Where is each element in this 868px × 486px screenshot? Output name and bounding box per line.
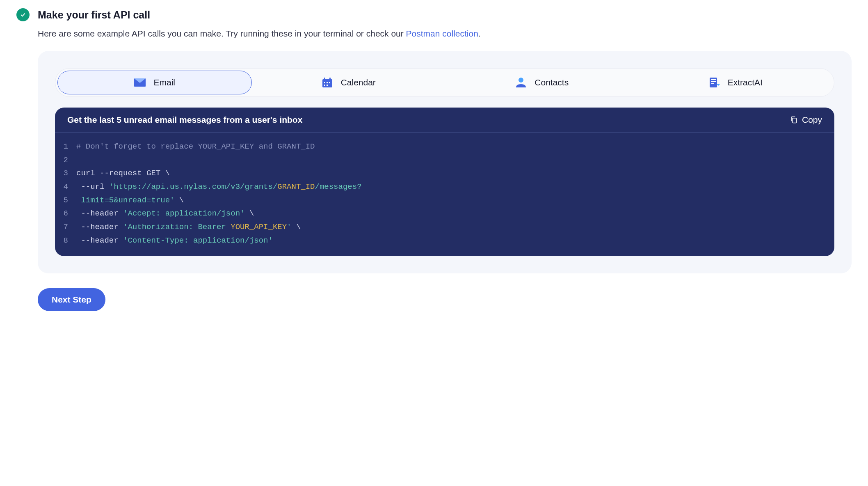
tab-label: ExtractAI <box>728 78 763 87</box>
tabbar: EmailCalendarContactsExtractAI <box>55 68 834 97</box>
svg-rect-7 <box>329 82 330 83</box>
line-number: 6 <box>55 207 76 220</box>
code-line: 1# Don't forget to replace YOUR_API_KEY … <box>55 140 834 154</box>
code-line: 2 <box>55 154 834 167</box>
tab-label: Calendar <box>341 78 376 87</box>
code-text: --url 'https://api.us.nylas.com/v3/grant… <box>76 180 362 194</box>
copy-label: Copy <box>802 115 822 125</box>
tab-label: Contacts <box>535 78 569 87</box>
copy-icon <box>790 115 798 125</box>
code-text: # Don't forget to replace YOUR_API_KEY a… <box>76 140 315 154</box>
tab-email[interactable]: Email <box>57 71 252 94</box>
calendar-icon <box>321 76 333 89</box>
code-line: 4 --url 'https://api.us.nylas.com/v3/gra… <box>55 180 834 194</box>
code-title: Get the last 5 unread email messages fro… <box>67 115 302 125</box>
page-title: Make your first API call <box>38 9 150 21</box>
code-text: curl --request GET \ <box>76 167 170 180</box>
line-number: 4 <box>55 180 76 194</box>
svg-rect-13 <box>711 81 716 82</box>
code-line: 6 --header 'Accept: application/json' \ <box>55 207 834 220</box>
svg-rect-4 <box>329 78 331 80</box>
tab-label: Email <box>153 78 175 87</box>
code-line: 8 --header 'Content-Type: application/js… <box>55 234 834 248</box>
tab-extractai[interactable]: ExtractAI <box>639 71 832 94</box>
svg-point-10 <box>519 78 523 83</box>
intro-suffix: . <box>478 29 481 38</box>
svg-rect-16 <box>793 118 797 123</box>
tab-calendar[interactable]: Calendar <box>252 71 445 94</box>
code-line: 5 limit=5&unread=true' \ <box>55 194 834 207</box>
contacts-icon <box>515 76 527 89</box>
step-complete-check-icon <box>16 8 30 21</box>
line-number: 7 <box>55 220 76 234</box>
api-examples-card: EmailCalendarContactsExtractAI Get the l… <box>38 51 852 273</box>
line-number: 3 <box>55 167 76 180</box>
next-step-button[interactable]: Next Step <box>38 288 105 311</box>
code-line: 7 --header 'Authorization: Bearer YOUR_A… <box>55 220 834 234</box>
svg-rect-11 <box>710 78 717 87</box>
copy-button[interactable]: Copy <box>790 115 822 125</box>
svg-marker-15 <box>717 84 720 86</box>
code-line: 3curl --request GET \ <box>55 167 834 180</box>
line-number: 8 <box>55 234 76 248</box>
svg-rect-12 <box>711 79 716 80</box>
code-text: --header 'Content-Type: application/json… <box>76 234 273 248</box>
svg-rect-5 <box>324 82 325 83</box>
code-text: --header 'Accept: application/json' \ <box>76 207 254 220</box>
code-text: --header 'Authorization: Bearer YOUR_API… <box>76 220 301 234</box>
svg-rect-8 <box>324 85 325 86</box>
svg-rect-3 <box>324 78 325 80</box>
extract-icon <box>708 76 720 89</box>
svg-rect-9 <box>327 85 328 86</box>
intro-prefix: Here are some example API calls you can … <box>38 29 406 38</box>
postman-link[interactable]: Postman collection <box>406 29 478 38</box>
line-number: 5 <box>55 194 76 207</box>
svg-rect-6 <box>327 82 328 83</box>
intro-text: Here are some example API calls you can … <box>38 29 852 39</box>
code-text: limit=5&unread=true' \ <box>76 194 184 207</box>
code-box: Get the last 5 unread email messages fro… <box>55 108 834 256</box>
line-number: 2 <box>55 154 76 167</box>
code-body: 1# Don't forget to replace YOUR_API_KEY … <box>55 133 834 256</box>
tab-contacts[interactable]: Contacts <box>445 71 639 94</box>
email-icon <box>134 76 146 89</box>
svg-rect-14 <box>711 83 714 84</box>
line-number: 1 <box>55 140 76 154</box>
